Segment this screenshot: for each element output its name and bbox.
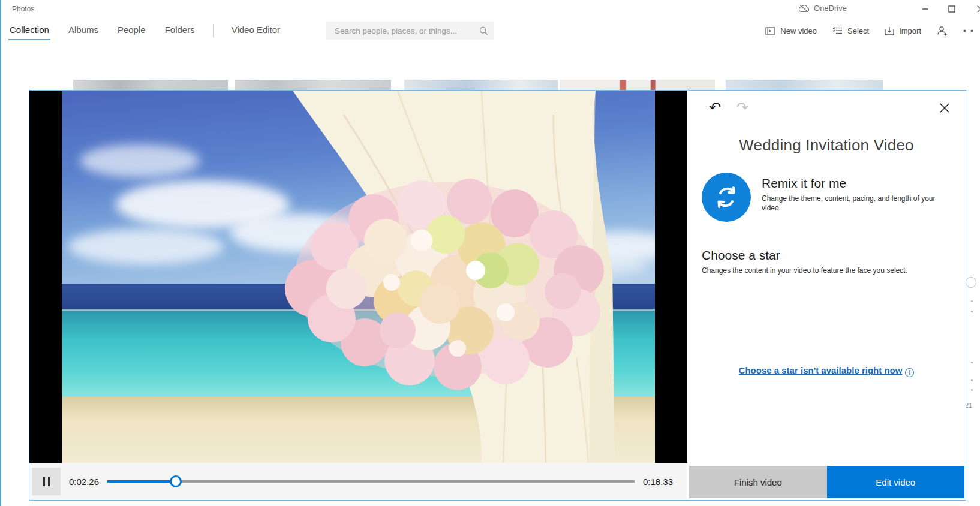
finish-video-button[interactable]: Finish video bbox=[689, 466, 827, 498]
undo-button[interactable]: ↶ bbox=[709, 99, 721, 116]
slider-thumb[interactable] bbox=[170, 475, 182, 487]
maximize-icon bbox=[948, 5, 955, 13]
edit-video-button[interactable]: Edit video bbox=[827, 466, 965, 498]
search-input[interactable] bbox=[326, 26, 479, 35]
editor-side-panel: ↶ ↷ Wedding Invitation Video Remix it fo… bbox=[687, 91, 966, 500]
tab-divider bbox=[213, 24, 214, 37]
seek-slider[interactable] bbox=[107, 475, 635, 488]
slider-track[interactable] bbox=[107, 480, 635, 483]
import-icon bbox=[885, 26, 894, 35]
nav-tabs: Collection Albums People Folders Video E… bbox=[8, 18, 281, 43]
remix-icon[interactable] bbox=[702, 173, 751, 222]
import-button[interactable]: Import bbox=[885, 26, 921, 35]
command-bar-actions: New video Select Import • • bbox=[765, 18, 979, 43]
app-title: Photos bbox=[12, 5, 34, 13]
remix-description: Change the theme, content, pacing, and l… bbox=[762, 194, 938, 213]
search-icon[interactable] bbox=[479, 26, 488, 35]
choose-star-unavailable-link[interactable]: Choose a star isn't available right now bbox=[739, 365, 903, 375]
close-editor-button[interactable] bbox=[937, 100, 952, 116]
choose-star-section: Choose a star Changes the content in you… bbox=[702, 248, 951, 275]
curtain-and-flowers-graphic bbox=[62, 91, 655, 463]
collection-thumbnail[interactable] bbox=[726, 80, 883, 90]
tab-people[interactable]: People bbox=[116, 21, 147, 40]
collection-thumbnail[interactable] bbox=[73, 80, 228, 90]
see-more-button[interactable]: • • bbox=[963, 26, 979, 35]
scrollbar-handle[interactable] bbox=[966, 277, 976, 288]
select-button[interactable]: Select bbox=[832, 26, 869, 35]
maximize-button[interactable] bbox=[938, 0, 966, 18]
checklist-icon bbox=[832, 26, 843, 35]
command-bar: Collection Albums People Folders Video E… bbox=[1, 18, 980, 43]
remix-option[interactable]: Remix it for me Change the theme, conten… bbox=[702, 173, 951, 222]
search-box bbox=[326, 22, 494, 40]
playback-bar: 0:02.26 0:18.33 bbox=[29, 463, 687, 500]
minimize-button[interactable] bbox=[912, 0, 939, 18]
new-video-button[interactable]: New video bbox=[765, 26, 817, 35]
pause-button[interactable] bbox=[32, 468, 61, 495]
total-time: 0:18.33 bbox=[643, 477, 673, 487]
tab-albums[interactable]: Albums bbox=[67, 21, 100, 40]
close-icon bbox=[939, 103, 950, 113]
video-editor-dialog: 0:02.26 0:18.33 ↶ ↷ Wedding Invitation V… bbox=[29, 90, 966, 501]
choose-star-description: Changes the content in your video to fea… bbox=[702, 266, 951, 275]
close-window-button[interactable] bbox=[967, 0, 980, 18]
collection-thumbnail[interactable] bbox=[404, 80, 558, 90]
titlebar: Photos OneDrive bbox=[1, 0, 980, 18]
tab-collection[interactable]: Collection bbox=[8, 21, 50, 40]
collection-thumbnail[interactable] bbox=[235, 80, 391, 90]
film-strip-icon bbox=[765, 26, 775, 35]
onedrive-label: OneDrive bbox=[814, 4, 847, 13]
tab-video-editor[interactable]: Video Editor bbox=[230, 21, 281, 40]
close-icon bbox=[977, 5, 980, 13]
redo-button: ↷ bbox=[736, 99, 748, 116]
video-frame-beach-wedding-image bbox=[62, 91, 655, 463]
person-add-icon bbox=[937, 26, 948, 36]
panel-header: ↶ ↷ bbox=[702, 99, 951, 121]
photos-app-window: Photos OneDrive Collection Albums People… bbox=[0, 0, 980, 506]
timeline-scrollbar[interactable]: 21 bbox=[964, 43, 980, 506]
current-time: 0:02.26 bbox=[69, 477, 99, 487]
editor-footer: Finish video Edit video bbox=[689, 466, 964, 498]
add-person-button[interactable] bbox=[937, 26, 948, 36]
info-icon[interactable]: i bbox=[905, 368, 914, 377]
minimize-icon bbox=[922, 5, 929, 13]
slider-fill bbox=[107, 480, 176, 483]
onedrive-status[interactable]: OneDrive bbox=[798, 4, 847, 13]
tab-folders[interactable]: Folders bbox=[164, 21, 196, 40]
collection-thumbnail[interactable] bbox=[560, 80, 715, 90]
choose-star-heading: Choose a star bbox=[702, 248, 951, 263]
video-player: 0:02.26 0:18.33 bbox=[29, 91, 687, 500]
onedrive-cloud-off-icon bbox=[798, 4, 810, 13]
video-preview[interactable] bbox=[29, 91, 687, 463]
video-title: Wedding Invitation Video bbox=[702, 136, 951, 155]
pause-icon bbox=[48, 477, 50, 486]
choose-star-unavailable: Choose a star isn't available right nowi bbox=[702, 365, 951, 377]
pause-icon bbox=[43, 477, 45, 486]
remix-heading: Remix it for me bbox=[762, 176, 938, 191]
